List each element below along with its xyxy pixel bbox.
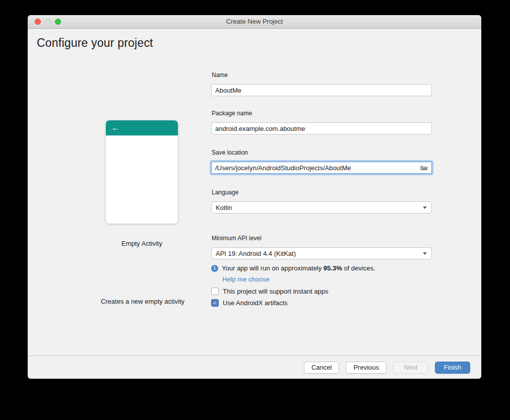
api-coverage-prefix: Your app will run on approximately xyxy=(222,264,324,272)
create-new-project-dialog: Create New Project Configure your projec… xyxy=(28,15,481,379)
zoom-button[interactable] xyxy=(55,19,61,25)
titlebar[interactable]: Create New Project xyxy=(28,15,481,29)
language-label: Language xyxy=(212,189,432,196)
save-location-input[interactable] xyxy=(211,162,432,174)
dialog-content: Configure your project ← Empty Activity … xyxy=(28,29,481,356)
save-location-label: Save location xyxy=(212,149,432,156)
name-field: Name xyxy=(211,72,432,96)
language-value: Kotlin xyxy=(212,204,232,212)
page-title: Configure your project xyxy=(37,36,153,50)
next-button[interactable]: Next xyxy=(393,362,428,374)
preview-app-bar: ← xyxy=(106,120,178,135)
cancel-button[interactable]: Cancel xyxy=(304,362,339,374)
info-icon xyxy=(211,265,218,272)
min-api-dropdown[interactable]: API 19: Android 4.4 (KitKat) xyxy=(211,247,432,259)
package-name-input[interactable] xyxy=(211,122,432,134)
package-name-label: Package name xyxy=(212,110,432,117)
name-label: Name xyxy=(212,72,432,79)
template-description: Creates a new empty activity xyxy=(82,298,203,305)
project-config-form: Name Package name Save location xyxy=(211,72,432,311)
finish-button[interactable]: Finish xyxy=(435,362,470,374)
api-coverage-text: Your app will run on approximately 95.3%… xyxy=(222,264,375,272)
minimize-button[interactable] xyxy=(45,19,51,25)
androidx-checkbox[interactable]: ✓ xyxy=(211,299,219,307)
chevron-down-icon xyxy=(423,206,427,209)
save-location-field: Save location xyxy=(211,149,432,174)
package-name-field: Package name xyxy=(211,110,432,134)
language-dropdown[interactable]: Kotlin xyxy=(211,201,432,214)
min-api-label: Minimum API level xyxy=(212,235,432,242)
window-title: Create New Project xyxy=(28,15,481,28)
template-name: Empty Activity xyxy=(106,240,178,247)
folder-icon xyxy=(420,165,428,171)
androidx-label: Use AndroidX artifacts xyxy=(223,299,288,307)
min-api-field: Minimum API level API 19: Android 4.4 (K… xyxy=(211,235,432,259)
instant-apps-checkbox[interactable]: ✓ xyxy=(211,288,219,295)
language-field: Language Kotlin xyxy=(211,189,432,214)
browse-folder-button[interactable] xyxy=(419,164,428,171)
close-button[interactable] xyxy=(35,19,41,25)
check-icon: ✓ xyxy=(213,300,217,306)
chevron-down-icon xyxy=(423,252,427,255)
previous-button[interactable]: Previous xyxy=(346,362,387,374)
api-coverage-percent: 95.3% xyxy=(324,264,342,272)
instant-apps-row: ✓ This project will support instant apps xyxy=(211,288,432,295)
min-api-value: API 19: Android 4.4 (KitKat) xyxy=(212,250,296,257)
activity-template-preview: ← xyxy=(106,120,178,224)
api-coverage-suffix: of devices. xyxy=(342,264,375,272)
androidx-row: ✓ Use AndroidX artifacts xyxy=(211,299,432,307)
api-coverage-info: Your app will run on approximately 95.3%… xyxy=(211,264,432,272)
help-me-choose-link[interactable]: Help me choose xyxy=(222,275,270,283)
instant-apps-label: This project will support instant apps xyxy=(223,288,329,295)
name-input[interactable] xyxy=(211,84,432,96)
traffic-lights xyxy=(35,19,61,25)
back-arrow-icon: ← xyxy=(111,120,119,135)
dialog-footer: Cancel Previous Next Finish xyxy=(28,356,481,379)
